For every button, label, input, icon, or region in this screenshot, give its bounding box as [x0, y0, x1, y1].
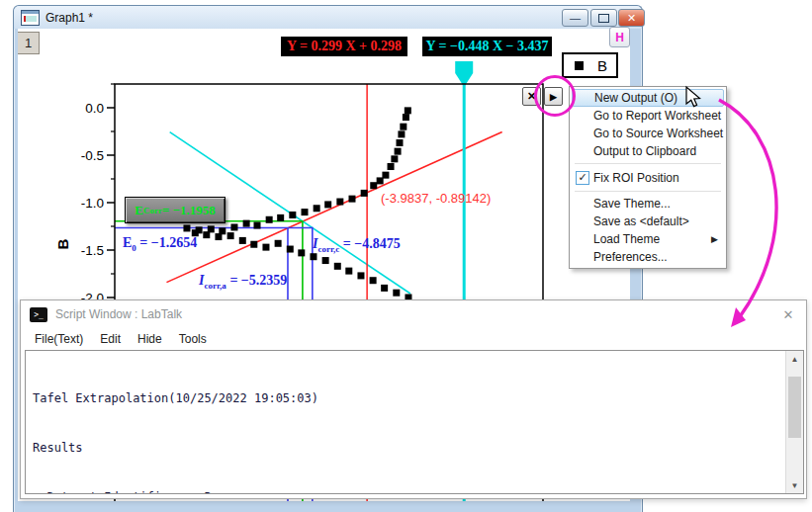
menu-item-go-to-source-worksheet[interactable]: Go to Source Worksheet	[572, 125, 724, 142]
close-button[interactable]: ✕	[618, 9, 645, 27]
roi-context-menu: New Output (O) Go to Report Worksheet Go…	[569, 86, 727, 269]
plot-legend[interactable]: B	[562, 52, 618, 78]
data-point	[215, 233, 222, 240]
script-window-titlebar[interactable]: >_ Script Window : LabTalk ✕	[21, 300, 806, 328]
data-point	[230, 223, 237, 230]
menu-separator	[575, 163, 721, 164]
data-point	[254, 222, 261, 229]
data-point	[393, 290, 400, 297]
menu-item-label: Preferences...	[593, 250, 668, 264]
tangent-point-annotation[interactable]: (-3.9837, -0.89142)	[381, 191, 491, 206]
menu-tools[interactable]: Tools	[179, 332, 207, 346]
data-point	[388, 163, 395, 170]
data-point	[287, 246, 294, 253]
y-tick-label: -0.5	[81, 148, 104, 163]
vertical-scrollbar[interactable]: ▲ ▼	[785, 351, 803, 493]
menu-item-preferences[interactable]: Preferences...	[572, 248, 724, 266]
ecorr-annotation[interactable]: ECorr = −1.1958	[125, 197, 226, 223]
icorr-a-value: = −5.2359	[226, 273, 287, 288]
data-point	[262, 244, 269, 251]
scroll-down-icon[interactable]: ▼	[786, 477, 803, 493]
data-point	[395, 148, 402, 155]
graph-window-title: Graph1 *	[45, 11, 93, 25]
scrollbar-thumb[interactable]	[788, 377, 801, 438]
menu-item-save-theme[interactable]: Save Theme...	[572, 195, 724, 213]
menu-item-save-as-default[interactable]: Save as <default>	[572, 213, 724, 230]
roi-menu-button[interactable]: ▶	[544, 87, 563, 106]
data-point	[322, 257, 329, 264]
script-output-area[interactable]: Tafel Extrapolation(10/25/2022 19:05:03)…	[25, 350, 804, 494]
maximize-button[interactable]	[590, 9, 617, 27]
icorr-c-value: = −4.8475	[339, 236, 400, 251]
icorr-c-annotation[interactable]: Icorr,c = −4.8475	[313, 236, 401, 254]
data-point	[397, 139, 404, 146]
e0-base: E	[123, 235, 132, 250]
menu-item-label: Load Theme	[593, 232, 660, 246]
menu-item-new-output[interactable]: New Output (O)	[572, 89, 724, 107]
menu-gutter: ✓	[572, 171, 593, 185]
graph-icon-plot	[24, 16, 37, 22]
anodic-equation-label: Y = 0.299 X + 0.298	[281, 37, 407, 56]
menu-item-label: Output to Clipboard	[593, 144, 696, 158]
curved-arrow	[719, 100, 776, 315]
data-point	[345, 268, 352, 275]
roi-close-button[interactable]: ✕	[522, 87, 541, 106]
data-point	[382, 172, 389, 179]
ecorr-base: E	[135, 203, 143, 218]
icorr-a-sub: corr,a	[204, 281, 226, 291]
graph-icon-titlebar	[22, 11, 39, 14]
menu-file-text[interactable]: File(Text)	[35, 332, 83, 346]
menu-edit[interactable]: Edit	[100, 332, 121, 346]
data-point	[277, 214, 284, 221]
menu-item-label: Save as <default>	[593, 214, 689, 228]
data-point	[289, 212, 296, 218]
script-window-menubar: File(Text) Edit Hide Tools	[21, 328, 806, 350]
menu-item-go-to-report-worksheet[interactable]: Go to Report Worksheet	[572, 107, 724, 125]
data-point	[334, 263, 341, 270]
ecorr-sub: Corr	[143, 206, 162, 215]
data-point	[302, 209, 309, 215]
data-point	[405, 107, 411, 114]
ecorr-value: = −1.1958	[162, 203, 216, 218]
menu-item-output-to-clipboard[interactable]: Output to Clipboard	[572, 142, 724, 160]
e0-annotation[interactable]: E0 = −1.2654	[123, 235, 197, 253]
submenu-arrow-icon: ▶	[711, 234, 718, 244]
minimize-button[interactable]: —	[562, 9, 588, 27]
scroll-up-icon[interactable]: ▲	[786, 351, 803, 367]
menu-item-label: New Output (O)	[594, 91, 677, 105]
legend-square-marker-icon	[575, 61, 584, 70]
script-window: >_ Script Window : LabTalk ✕ File(Text) …	[20, 299, 807, 499]
page-number-tab[interactable]: 1	[18, 32, 40, 54]
cyan-cursor-handle	[455, 61, 473, 87]
menu-item-fix-roi-position[interactable]: ✓ Fix ROI Position	[572, 167, 724, 188]
menu-separator	[575, 191, 721, 192]
output-line: Results	[33, 440, 783, 457]
menu-item-label: Go to Report Worksheet	[593, 109, 721, 123]
data-point	[381, 285, 388, 292]
output-line: Tafel Extrapolation(10/25/2022 19:05:03)	[33, 390, 783, 407]
desktop: { "graph_window": { "title": "Graph1 *",…	[0, 0, 812, 512]
y-tick-label: 0.0	[85, 101, 104, 116]
data-point	[324, 201, 331, 208]
data-point	[349, 196, 356, 203]
data-point	[183, 224, 190, 231]
data-point	[310, 253, 316, 260]
data-point	[298, 249, 305, 256]
menu-item-label: Fix ROI Position	[593, 171, 679, 185]
data-point	[357, 272, 364, 279]
graph-titlebar[interactable]: Graph1 * — ✕	[14, 6, 642, 29]
data-point	[266, 216, 273, 223]
menu-item-load-theme[interactable]: Load Theme ▶	[572, 230, 724, 248]
history-button[interactable]: H	[609, 27, 630, 47]
data-point	[243, 220, 250, 227]
menu-item-label: Go to Source Worksheet	[593, 127, 723, 140]
data-point	[250, 241, 257, 248]
script-window-close-button[interactable]: ✕	[780, 306, 796, 322]
data-point	[336, 199, 343, 206]
menu-hide[interactable]: Hide	[137, 332, 162, 346]
data-point	[203, 231, 210, 238]
icorr-a-annotation[interactable]: Icorr,a = −5.2359	[199, 273, 287, 291]
output-line: Dataset Identifier B	[33, 489, 783, 494]
data-point	[391, 155, 398, 162]
data-point	[370, 182, 377, 189]
